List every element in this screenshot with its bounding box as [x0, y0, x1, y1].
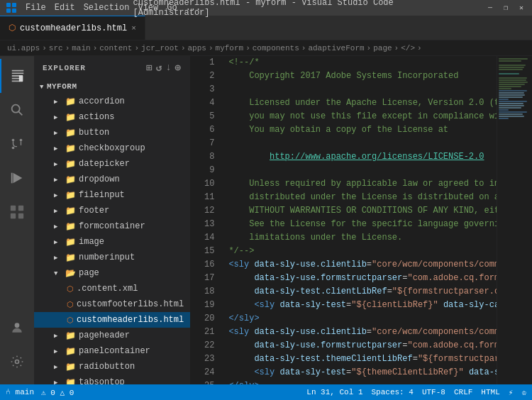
tab-customheaderlibs[interactable]: ⬡ customheaderlibs.html × — [0, 16, 145, 40]
activity-settings[interactable] — [0, 345, 34, 379]
new-file-icon[interactable]: ⊞ — [146, 62, 153, 74]
activity-extensions[interactable] — [0, 195, 34, 229]
svg-rect-0 — [6, 3, 11, 7]
editor: 12345 678910 1112131415 1617181920 21222… — [190, 56, 497, 384]
chevron-pageheader — [54, 332, 62, 340]
code-area[interactable]: <!--/* Copyright 2017 Adobe Systems Inco… — [223, 56, 497, 384]
tab-bar: ⬡ customheaderlibs.html × — [0, 16, 532, 40]
html-file-icon-selected: ⬡ — [67, 316, 74, 325]
tree-item-label: page — [79, 268, 99, 278]
tree-item-button[interactable]: 📁 button — [34, 125, 190, 140]
svg-rect-12 — [11, 206, 16, 211]
folder-icon: 📁 — [65, 377, 76, 385]
svg-rect-13 — [18, 206, 23, 211]
svg-point-16 — [15, 323, 20, 328]
tree-item-numberinput[interactable]: 📁 numberinput — [34, 250, 190, 265]
activity-explorer[interactable] — [0, 59, 34, 93]
html-file-icon: ⬡ — [67, 300, 74, 309]
status-bar-right: Ln 31, Col 1 Spaces: 4 UTF-8 CRLF HTML ⚡… — [306, 388, 526, 397]
activity-source-control[interactable] — [0, 127, 34, 161]
tree-item-label: formcontainer — [79, 221, 145, 231]
status-language[interactable]: HTML — [481, 388, 499, 396]
tree-item-pageheader[interactable]: 📁 pageheader — [34, 328, 190, 343]
tree-item-checkboxgroup[interactable]: 📁 checkboxgroup — [34, 140, 190, 156]
tree-item-dropdown[interactable]: 📁 dropdown — [34, 172, 190, 187]
chevron-page — [54, 270, 62, 277]
svg-rect-3 — [12, 9, 16, 13]
tree-item-image[interactable]: 📁 image — [34, 234, 190, 250]
tree-item-footer[interactable]: 📁 footer — [34, 203, 190, 218]
new-folder-icon[interactable]: ↺ — [156, 62, 162, 74]
activity-run[interactable] — [0, 161, 34, 195]
tree-item-label: .content.xml — [77, 284, 138, 294]
svg-point-17 — [16, 360, 19, 364]
tree-item-label: dropdown — [79, 174, 120, 184]
tree-item-page[interactable]: 📂 page — [34, 265, 190, 281]
breadcrumb-item-7[interactable]: components — [253, 44, 299, 52]
folder-icon: 📁 — [65, 112, 76, 123]
status-spaces[interactable]: Spaces: 4 — [372, 388, 414, 396]
folder-icon: 📁 — [65, 96, 76, 107]
tree-item-formcontainer[interactable]: 📁 formcontainer — [34, 218, 190, 234]
tree-item-content-xml[interactable]: ⬡ .content.xml — [34, 281, 190, 296]
breadcrumb-item-9[interactable]: page — [373, 44, 392, 52]
svg-rect-4 — [19, 75, 23, 82]
status-position[interactable]: Ln 31, Col 1 — [306, 388, 362, 396]
breadcrumb-item-1[interactable]: src — [49, 44, 63, 52]
refresh-icon[interactable]: ↓ — [165, 62, 172, 74]
tree-item-actions[interactable]: 📁 actions — [34, 109, 190, 125]
breadcrumb-item-6[interactable]: myform — [216, 44, 244, 52]
breadcrumb-item-0[interactable]: ui.apps — [7, 44, 40, 52]
menu-edit[interactable]: Edit — [55, 3, 75, 13]
menu-file[interactable]: File — [26, 3, 46, 13]
collapse-icon[interactable]: ⊕ — [175, 62, 182, 74]
chevron-formcontainer — [54, 223, 62, 230]
tree-item-datepicker[interactable]: 📁 datepicker — [34, 156, 190, 172]
tree-item-customfooterlibs[interactable]: ⬡ customfooterlibs.html — [34, 296, 190, 312]
tree-item-label: footer — [79, 206, 109, 216]
folder-icon: 📂 — [65, 268, 76, 279]
tree-item-label: tabsontop — [79, 377, 125, 384]
status-bar-left: ⑃ main ⚠ 0 △ 0 — [6, 388, 74, 397]
breadcrumb-item-8[interactable]: adaptiveForm — [308, 44, 364, 52]
tree-item-customheaderlibs[interactable]: ⬡ customheaderlibs.html — [34, 312, 190, 328]
sidebar-title: EXPLORER — [43, 64, 86, 72]
tree-root-myform[interactable]: MYFORM — [34, 79, 190, 94]
tree-item-panelcontainer[interactable]: 📁 panelcontainer — [34, 343, 190, 359]
close-button[interactable]: ✕ — [516, 3, 526, 13]
folder-icon: 📁 — [65, 252, 76, 263]
svg-point-8 — [20, 139, 23, 142]
tree-item-label: accordion — [79, 96, 125, 106]
status-errors[interactable]: ⚠ 0 △ 0 — [41, 388, 74, 397]
editor-content[interactable]: 12345 678910 1112131415 1617181920 21222… — [190, 56, 497, 384]
tree-item-accordion[interactable]: 📁 accordion — [34, 94, 190, 109]
tree-item-fileinput[interactable]: 📁 fileinput — [34, 187, 190, 203]
activity-account[interactable] — [0, 311, 34, 345]
activity-search[interactable] — [0, 93, 34, 127]
status-encoding[interactable]: UTF-8 — [422, 388, 445, 396]
sidebar-tree: MYFORM 📁 accordion 📁 actions 📁 button 📁 — [34, 79, 190, 384]
svg-point-7 — [12, 139, 15, 142]
tree-item-tabsontop[interactable]: 📁 tabsontop — [34, 374, 190, 384]
breadcrumb-item-4[interactable]: jcr_root — [141, 44, 179, 52]
tab-label: customheaderlibs.html — [20, 23, 127, 33]
chevron-accordion — [54, 98, 62, 106]
app-icon — [6, 2, 17, 13]
status-icon1[interactable]: ⚡ — [509, 388, 514, 397]
breadcrumb-item-10[interactable]: </> — [401, 44, 415, 52]
folder-icon: 📁 — [65, 190, 76, 201]
status-eol[interactable]: CRLF — [454, 388, 472, 396]
status-icon2[interactable]: ♔ — [521, 388, 526, 397]
tree-item-radiobutton[interactable]: 📁 radiobutton — [34, 359, 190, 374]
minimize-button[interactable]: ─ — [485, 3, 495, 13]
breadcrumb-item-5[interactable]: apps — [188, 44, 206, 52]
menu-selection[interactable]: Selection — [84, 3, 130, 13]
svg-rect-2 — [6, 9, 11, 13]
maximize-button[interactable]: ❐ — [501, 3, 511, 13]
sidebar: EXPLORER ⊞ ↺ ↓ ⊕ MYFORM 📁 accordion 📁 — [34, 56, 190, 384]
tree-item-label: actions — [79, 112, 114, 122]
breadcrumb-item-3[interactable]: content — [99, 44, 132, 52]
status-branch[interactable]: ⑃ main — [6, 388, 34, 396]
breadcrumb-item-2[interactable]: main — [72, 44, 90, 52]
tab-close-button[interactable]: × — [131, 24, 136, 33]
